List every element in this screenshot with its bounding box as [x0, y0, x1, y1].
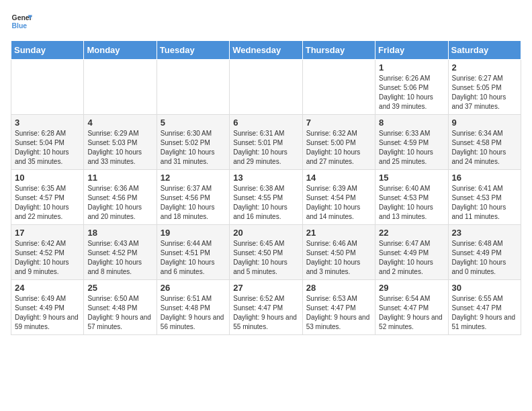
day-info: Sunrise: 6:40 AM Sunset: 4:53 PM Dayligh… [379, 184, 444, 222]
day-info: Sunrise: 6:42 AM Sunset: 4:52 PM Dayligh… [15, 239, 80, 277]
calendar-cell [230, 60, 302, 115]
day-number: 24 [15, 283, 80, 293]
calendar-cell: 4Sunrise: 6:29 AM Sunset: 5:03 PM Daylig… [84, 115, 157, 170]
calendar-cell: 11Sunrise: 6:36 AM Sunset: 4:56 PM Dayli… [84, 170, 157, 225]
calendar-cell [84, 60, 157, 115]
day-number: 27 [233, 283, 298, 293]
day-number: 10 [15, 173, 80, 183]
day-info: Sunrise: 6:30 AM Sunset: 5:02 PM Dayligh… [161, 129, 226, 167]
calendar-cell: 17Sunrise: 6:42 AM Sunset: 4:52 PM Dayli… [11, 225, 84, 280]
day-info: Sunrise: 6:38 AM Sunset: 4:55 PM Dayligh… [233, 184, 298, 222]
calendar-week-4: 17Sunrise: 6:42 AM Sunset: 4:52 PM Dayli… [11, 225, 521, 280]
logo: General Blue [11, 11, 32, 32]
day-info: Sunrise: 6:46 AM Sunset: 4:50 PM Dayligh… [306, 239, 371, 277]
day-header-monday: Monday [84, 41, 157, 60]
day-info: Sunrise: 6:52 AM Sunset: 4:47 PM Dayligh… [233, 294, 298, 332]
day-number: 2 [452, 62, 517, 73]
day-number: 4 [87, 118, 152, 128]
day-info: Sunrise: 6:39 AM Sunset: 4:54 PM Dayligh… [306, 184, 371, 222]
day-number: 13 [233, 173, 298, 183]
day-number: 11 [87, 173, 152, 183]
day-number: 28 [306, 283, 371, 293]
calendar-cell: 30Sunrise: 6:55 AM Sunset: 4:47 PM Dayli… [448, 280, 521, 335]
calendar-cell: 15Sunrise: 6:40 AM Sunset: 4:53 PM Dayli… [375, 170, 448, 225]
day-info: Sunrise: 6:54 AM Sunset: 4:47 PM Dayligh… [379, 294, 444, 332]
day-info: Sunrise: 6:29 AM Sunset: 5:03 PM Dayligh… [87, 129, 152, 167]
svg-text:Blue: Blue [12, 22, 28, 30]
day-info: Sunrise: 6:33 AM Sunset: 4:59 PM Dayligh… [379, 129, 444, 167]
calendar-week-5: 24Sunrise: 6:49 AM Sunset: 4:49 PM Dayli… [11, 280, 521, 335]
calendar-cell: 14Sunrise: 6:39 AM Sunset: 4:54 PM Dayli… [302, 170, 375, 225]
calendar-cell: 28Sunrise: 6:53 AM Sunset: 4:47 PM Dayli… [302, 280, 375, 335]
day-info: Sunrise: 6:53 AM Sunset: 4:47 PM Dayligh… [306, 294, 371, 332]
calendar-cell: 6Sunrise: 6:31 AM Sunset: 5:01 PM Daylig… [230, 115, 302, 170]
calendar-cell [302, 60, 375, 115]
day-header-wednesday: Wednesday [230, 41, 302, 60]
calendar-week-2: 3Sunrise: 6:28 AM Sunset: 5:04 PM Daylig… [11, 115, 521, 170]
day-number: 14 [306, 173, 371, 183]
day-number: 20 [233, 228, 298, 238]
day-number: 3 [15, 118, 80, 128]
calendar-week-1: 1Sunrise: 6:26 AM Sunset: 5:06 PM Daylig… [11, 60, 521, 115]
day-number: 15 [379, 173, 444, 183]
day-number: 1 [379, 62, 444, 73]
calendar-header-row: SundayMondayTuesdayWednesdayThursdayFrid… [11, 41, 521, 60]
day-number: 6 [233, 118, 298, 128]
day-number: 18 [87, 228, 152, 238]
day-info: Sunrise: 6:31 AM Sunset: 5:01 PM Dayligh… [233, 129, 298, 167]
day-info: Sunrise: 6:44 AM Sunset: 4:51 PM Dayligh… [161, 239, 226, 277]
day-info: Sunrise: 6:43 AM Sunset: 4:52 PM Dayligh… [87, 239, 152, 277]
calendar-cell: 12Sunrise: 6:37 AM Sunset: 4:56 PM Dayli… [157, 170, 229, 225]
day-info: Sunrise: 6:36 AM Sunset: 4:56 PM Dayligh… [87, 184, 152, 222]
calendar-cell: 20Sunrise: 6:45 AM Sunset: 4:50 PM Dayli… [230, 225, 302, 280]
day-info: Sunrise: 6:35 AM Sunset: 4:57 PM Dayligh… [15, 184, 80, 222]
day-header-thursday: Thursday [302, 41, 375, 60]
day-number: 30 [452, 283, 517, 293]
day-number: 25 [87, 283, 152, 293]
calendar-cell: 23Sunrise: 6:48 AM Sunset: 4:49 PM Dayli… [448, 225, 521, 280]
calendar-cell: 16Sunrise: 6:41 AM Sunset: 4:53 PM Dayli… [448, 170, 521, 225]
day-number: 17 [15, 228, 80, 238]
calendar-cell: 22Sunrise: 6:47 AM Sunset: 4:49 PM Dayli… [375, 225, 448, 280]
calendar-cell: 7Sunrise: 6:32 AM Sunset: 5:00 PM Daylig… [302, 115, 375, 170]
day-info: Sunrise: 6:50 AM Sunset: 4:48 PM Dayligh… [87, 294, 152, 332]
calendar-cell [157, 60, 229, 115]
calendar-cell: 3Sunrise: 6:28 AM Sunset: 5:04 PM Daylig… [11, 115, 84, 170]
day-header-tuesday: Tuesday [157, 41, 229, 60]
day-info: Sunrise: 6:47 AM Sunset: 4:49 PM Dayligh… [379, 239, 444, 277]
day-info: Sunrise: 6:48 AM Sunset: 4:49 PM Dayligh… [452, 239, 517, 277]
calendar-cell: 8Sunrise: 6:33 AM Sunset: 4:59 PM Daylig… [375, 115, 448, 170]
page-header: General Blue [11, 11, 521, 32]
calendar-cell: 19Sunrise: 6:44 AM Sunset: 4:51 PM Dayli… [157, 225, 229, 280]
calendar-week-3: 10Sunrise: 6:35 AM Sunset: 4:57 PM Dayli… [11, 170, 521, 225]
day-number: 16 [452, 173, 517, 183]
day-number: 29 [379, 283, 444, 293]
day-number: 7 [306, 118, 371, 128]
calendar-table: SundayMondayTuesdayWednesdayThursdayFrid… [11, 40, 521, 335]
day-info: Sunrise: 6:45 AM Sunset: 4:50 PM Dayligh… [233, 239, 298, 277]
calendar-cell: 10Sunrise: 6:35 AM Sunset: 4:57 PM Dayli… [11, 170, 84, 225]
day-info: Sunrise: 6:26 AM Sunset: 5:06 PM Dayligh… [379, 74, 444, 111]
day-number: 23 [452, 228, 517, 238]
logo-icon: General Blue [11, 11, 32, 32]
day-number: 8 [379, 118, 444, 128]
day-header-saturday: Saturday [448, 41, 521, 60]
calendar-cell: 24Sunrise: 6:49 AM Sunset: 4:49 PM Dayli… [11, 280, 84, 335]
calendar-cell: 9Sunrise: 6:34 AM Sunset: 4:58 PM Daylig… [448, 115, 521, 170]
day-number: 21 [306, 228, 371, 238]
calendar-cell: 13Sunrise: 6:38 AM Sunset: 4:55 PM Dayli… [230, 170, 302, 225]
day-info: Sunrise: 6:28 AM Sunset: 5:04 PM Dayligh… [15, 129, 80, 167]
day-info: Sunrise: 6:49 AM Sunset: 4:49 PM Dayligh… [15, 294, 80, 332]
day-number: 26 [161, 283, 226, 293]
calendar-cell: 26Sunrise: 6:51 AM Sunset: 4:48 PM Dayli… [157, 280, 229, 335]
day-info: Sunrise: 6:55 AM Sunset: 4:47 PM Dayligh… [452, 294, 517, 332]
calendar-cell: 21Sunrise: 6:46 AM Sunset: 4:50 PM Dayli… [302, 225, 375, 280]
day-number: 9 [452, 118, 517, 128]
day-number: 22 [379, 228, 444, 238]
day-info: Sunrise: 6:32 AM Sunset: 5:00 PM Dayligh… [306, 129, 371, 167]
day-number: 5 [161, 118, 226, 128]
day-info: Sunrise: 6:37 AM Sunset: 4:56 PM Dayligh… [161, 184, 226, 222]
day-info: Sunrise: 6:41 AM Sunset: 4:53 PM Dayligh… [452, 184, 517, 222]
day-number: 12 [161, 173, 226, 183]
day-header-sunday: Sunday [11, 41, 84, 60]
